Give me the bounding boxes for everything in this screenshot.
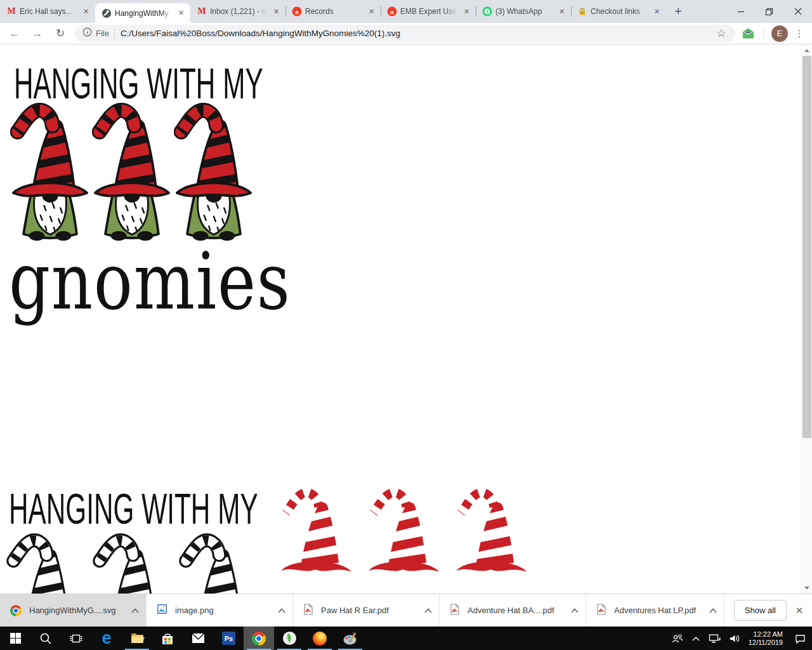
restore-button[interactable] <box>755 0 783 23</box>
coreldraw-icon[interactable] <box>274 627 304 650</box>
taskbar-clock[interactable]: 12:22 AM 12/11/2019 <box>749 630 783 647</box>
gmail-icon: M <box>197 6 207 17</box>
chrome-taskbar-icon[interactable] <box>244 627 274 650</box>
mail-icon[interactable] <box>183 627 213 650</box>
system-tray: 12:22 AM 12/11/2019 <box>672 627 812 650</box>
tab-inbox[interactable]: M Inbox (1,221) - n ✕ <box>190 0 285 23</box>
page-content: HANGING WITH MY gnomies HANGING WITH MY <box>0 44 812 594</box>
download-filename: Adventures Hat LP.pdf <box>614 606 701 615</box>
bookmark-star-icon[interactable]: ☆ <box>714 26 729 41</box>
edge-letter: e <box>102 630 111 647</box>
tab-title: (3) WhatsApp <box>495 7 553 16</box>
scrollbar-thumb[interactable] <box>802 56 811 438</box>
tab-title: HangingWithMy <box>115 9 173 18</box>
chevron-up-icon[interactable] <box>706 604 720 618</box>
address-bar[interactable]: File C:/Users/Faisal%20Boss/Downloads/Ha… <box>75 25 735 43</box>
edge-icon[interactable]: e <box>91 627 122 650</box>
tab-records[interactable]: a Records ✕ <box>285 0 381 23</box>
taskbar: e <box>0 627 812 650</box>
tab-title: Records <box>305 7 363 16</box>
browser-window: M Eric Hall says... ✕ HangingWithMy ✕ M … <box>0 0 812 650</box>
paint-palette-icon[interactable] <box>335 627 365 650</box>
striped-hat-row-bw <box>6 533 255 594</box>
tab-checkout-links[interactable]: Checkout links ✕ <box>571 0 666 23</box>
forward-icon[interactable]: → <box>29 25 46 42</box>
back-icon[interactable]: ← <box>6 25 23 42</box>
red-hat-graphic <box>279 486 354 576</box>
menu-icon[interactable]: ⋮ <box>792 26 807 41</box>
download-filename: Adventure Hat BA....pdf <box>468 606 563 615</box>
vertical-scrollbar[interactable] <box>801 44 812 594</box>
info-icon[interactable] <box>82 27 92 39</box>
action-center-icon[interactable] <box>795 633 806 644</box>
minimize-button[interactable] <box>726 0 755 23</box>
tab-close-icon[interactable]: ✕ <box>81 6 91 17</box>
chevron-up-icon[interactable] <box>568 604 582 618</box>
chrome-file-icon <box>10 605 22 616</box>
scroll-up-icon[interactable] <box>802 45 812 55</box>
new-tab-button[interactable]: + <box>670 3 686 20</box>
striped-hat-row-red <box>279 486 529 576</box>
chevron-up-icon[interactable] <box>128 604 142 618</box>
tab-close-icon[interactable]: ✕ <box>652 6 662 17</box>
download-item[interactable]: Adventures Hat LP.pdf <box>586 594 724 627</box>
file-explorer-icon[interactable] <box>122 627 152 650</box>
records-icon: a <box>387 6 397 17</box>
show-all-button[interactable]: Show all <box>734 600 787 621</box>
pdf-file-icon <box>303 604 313 618</box>
tab-title: Inbox (1,221) - n <box>210 7 268 16</box>
tab-hangingwithmy[interactable]: HangingWithMy ✕ <box>95 3 190 23</box>
hidden-icons-chevron-icon[interactable] <box>691 635 700 642</box>
tab-title: Eric Hall says... <box>20 7 77 16</box>
tab-eric-hall[interactable]: M Eric Hall says... ✕ <box>0 0 95 23</box>
reload-icon[interactable]: ↻ <box>52 25 69 42</box>
pdf-file-icon <box>596 604 606 618</box>
omnibox-divider <box>114 29 115 39</box>
volume-icon[interactable] <box>729 633 740 644</box>
tab-whatsapp[interactable]: 3 (3) WhatsApp ✕ <box>476 0 571 23</box>
tab-emb-expert[interactable]: a EMB Expert Use ✕ <box>381 0 476 23</box>
url-text[interactable]: C:/Users/Faisal%20Boss/Downloads/Hanging… <box>121 29 714 38</box>
extension-envelope-icon[interactable] <box>740 26 756 41</box>
tab-close-icon[interactable]: ✕ <box>366 6 377 17</box>
download-item[interactable]: Paw Hat R Ear.pdf <box>293 594 440 627</box>
start-button[interactable] <box>0 627 30 650</box>
tab-close-icon[interactable]: ✕ <box>271 6 282 17</box>
download-filename: Paw Hat R Ear.pdf <box>321 606 416 615</box>
tab-close-icon[interactable]: ✕ <box>461 6 472 17</box>
microsoft-store-icon[interactable] <box>152 627 183 650</box>
clock-date: 12/11/2019 <box>749 639 783 647</box>
search-icon[interactable] <box>30 627 61 650</box>
svg-text:a: a <box>295 8 299 15</box>
svg-text:3: 3 <box>486 10 488 14</box>
download-item[interactable]: image.png <box>147 594 293 627</box>
download-filename: HangingWithMyG....svg <box>29 606 123 615</box>
photoshop-icon[interactable]: Ps <box>213 627 244 650</box>
download-item[interactable]: HangingWithMyG....svg <box>0 594 147 627</box>
download-item[interactable]: Adventure Hat BA....pdf <box>440 594 586 627</box>
people-icon[interactable] <box>672 633 683 644</box>
gnome-row <box>10 103 254 243</box>
headline-top: HANGING WITH MY <box>14 57 263 109</box>
tab-close-icon[interactable]: ✕ <box>556 6 567 17</box>
close-downloads-icon[interactable]: ✕ <box>787 605 812 616</box>
wordmark-gnomies: gnomies <box>9 240 291 322</box>
gnome-graphic <box>174 103 254 243</box>
photoshop-label: Ps <box>224 635 232 642</box>
headline-bottom: HANGING WITH MY <box>9 482 258 534</box>
chevron-up-icon[interactable] <box>421 604 435 618</box>
pdf-file-icon <box>450 604 460 618</box>
close-window-button[interactable] <box>783 0 812 23</box>
chevron-up-icon[interactable] <box>275 604 289 618</box>
network-icon[interactable] <box>709 633 721 644</box>
toolbar-divider <box>763 28 764 39</box>
task-view-icon[interactable] <box>61 627 91 650</box>
firefox-icon[interactable] <box>304 627 335 650</box>
tab-close-icon[interactable]: ✕ <box>176 8 187 18</box>
svg-text:a: a <box>390 8 394 15</box>
window-controls <box>726 0 812 23</box>
gmail-icon: M <box>6 6 16 17</box>
records-icon: a <box>292 6 302 17</box>
profile-avatar[interactable]: E <box>771 25 788 42</box>
scroll-down-icon[interactable] <box>802 583 812 593</box>
